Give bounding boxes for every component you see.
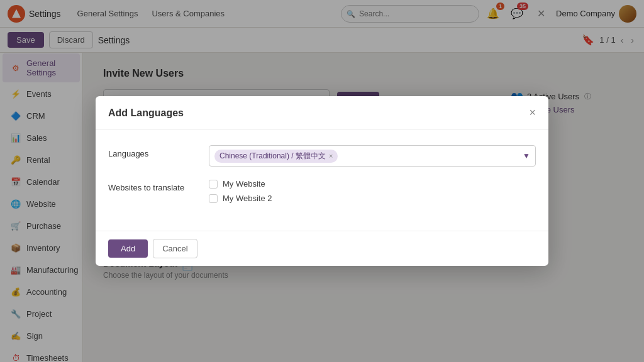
languages-field: Chinese (Traditional) / 繁體中文 × ▼ (209, 145, 536, 167)
add-languages-modal: Add Languages × Languages Chinese (Tradi… (96, 96, 548, 266)
add-button[interactable]: Add (108, 239, 148, 258)
modal-header: Add Languages × (96, 96, 548, 130)
websites-field: My Website My Website 2 (209, 179, 536, 203)
modal-footer: Add Cancel (96, 231, 548, 266)
website-option-2[interactable]: My Website 2 (209, 194, 536, 203)
language-tag-label: Chinese (Traditional) / 繁體中文 (219, 151, 326, 162)
languages-form-row: Languages Chinese (Traditional) / 繁體中文 ×… (108, 145, 536, 167)
websites-checkbox-group: My Website My Website 2 (209, 179, 536, 203)
modal-overlay[interactable]: Add Languages × Languages Chinese (Tradi… (0, 0, 644, 362)
cancel-button[interactable]: Cancel (153, 239, 197, 258)
website-label-1: My Website (223, 179, 265, 189)
language-tag: Chinese (Traditional) / 繁體中文 × (214, 150, 338, 163)
languages-tag-input[interactable]: Chinese (Traditional) / 繁體中文 × ▼ (209, 145, 536, 167)
language-tag-remove[interactable]: × (329, 152, 333, 160)
websites-form-row: Websites to translate My Website My Webs… (108, 179, 536, 203)
website-checkbox-1[interactable] (209, 180, 218, 189)
modal-title: Add Languages (108, 107, 184, 119)
languages-label: Languages (108, 145, 209, 158)
website-label-2: My Website 2 (223, 194, 272, 203)
modal-close-button[interactable]: × (529, 106, 536, 119)
website-checkbox-2[interactable] (209, 194, 218, 203)
languages-dropdown-arrow[interactable]: ▼ (523, 151, 530, 160)
websites-label: Websites to translate (108, 179, 209, 192)
website-option-1[interactable]: My Website (209, 179, 536, 189)
modal-body: Languages Chinese (Traditional) / 繁體中文 ×… (96, 130, 548, 231)
